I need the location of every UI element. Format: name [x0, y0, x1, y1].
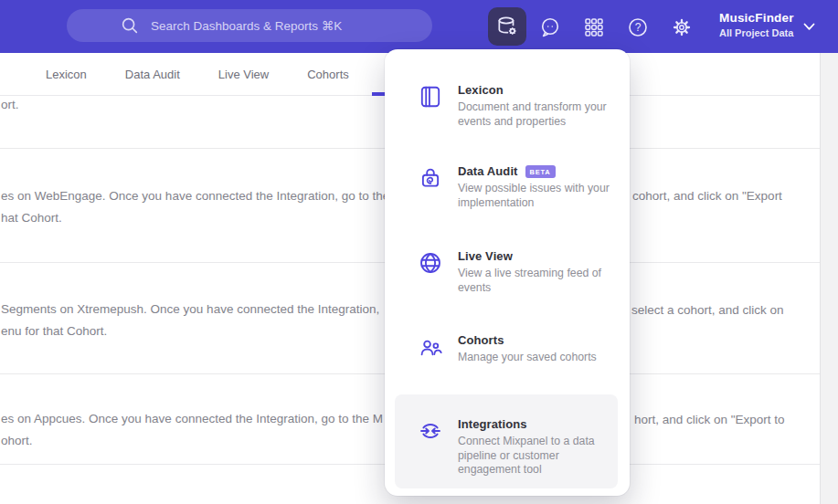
chevron-down-icon[interactable]: [803, 23, 815, 31]
menu-item-description: Document and transform your events and p…: [458, 100, 615, 129]
tab-cohorts[interactable]: Cohorts: [307, 68, 349, 81]
search-icon: [120, 16, 140, 36]
table-row-text: Segments on Xtremepush. Once you have co…: [1, 302, 379, 316]
data-management-dropdown: Lexicon Document and transform your even…: [385, 49, 630, 496]
data-management-button[interactable]: [488, 7, 526, 46]
menu-item-data-audit[interactable]: Data Audit BETA View possible issues wit…: [419, 164, 615, 210]
help-button[interactable]: ?: [627, 16, 649, 38]
svg-text:?: ?: [635, 21, 642, 34]
gear-icon: [671, 16, 693, 38]
menu-item-label: Integrations: [458, 417, 527, 431]
apps-grid-button[interactable]: [583, 16, 605, 38]
menu-item-description: View a live streaming feed of events: [458, 267, 615, 295]
cohorts-people-icon: [419, 335, 442, 359]
data-audit-lock-icon: [419, 166, 442, 190]
project-switcher[interactable]: MusicFinder All Project Data: [719, 11, 794, 38]
table-row-text: hat Cohort.: [1, 211, 62, 225]
live-view-globe-icon: [419, 251, 442, 275]
menu-item-description: View possible issues with your implement…: [458, 182, 615, 210]
table-row-text: ort.: [1, 98, 19, 111]
global-search[interactable]: [67, 9, 432, 42]
lexicon-book-icon: [419, 85, 442, 109]
tab-live-view[interactable]: Live View: [218, 68, 269, 81]
scrollbar-track[interactable]: [820, 53, 838, 504]
project-scope: All Project Data: [719, 27, 794, 38]
beta-badge: BETA: [525, 165, 556, 178]
table-row-text: ohort.: [1, 434, 33, 447]
menu-item-integrations-content[interactable]: Integrations Connect Mixpanel to a data …: [419, 417, 615, 478]
search-input[interactable]: [151, 19, 379, 33]
menu-item-lexicon[interactable]: Lexicon Document and transform your even…: [419, 83, 615, 129]
table-row-text: es on WebEngage. Once you have connected…: [1, 189, 389, 203]
chat-bubble-icon: [539, 16, 561, 38]
tab-lexicon[interactable]: Lexicon: [46, 68, 87, 81]
tab-data-audit[interactable]: Data Audit: [125, 68, 180, 81]
menu-item-cohorts[interactable]: Cohorts Manage your saved cohorts: [419, 333, 615, 365]
table-row-text: select a cohort, and click on: [631, 303, 784, 317]
integrations-sync-icon: [419, 419, 442, 443]
grid-icon: [583, 16, 605, 38]
table-row-text: es on Appcues. Once you have connected t…: [1, 412, 383, 425]
active-tab-indicator: [372, 92, 385, 96]
table-row-text: enu for that Cohort.: [1, 324, 107, 338]
feedback-button[interactable]: [539, 16, 561, 38]
menu-item-description: Connect Mixpanel to a data pipeline or c…: [458, 435, 615, 478]
project-name: MusicFinder: [719, 11, 794, 25]
menu-item-live-view[interactable]: Live View View a live streaming feed of …: [419, 249, 615, 295]
menu-item-label: Data Audit: [458, 164, 518, 178]
question-mark-icon: ?: [627, 16, 649, 38]
table-row-text: hort, and click on "Export to: [634, 413, 785, 426]
menu-item-label: Live View: [458, 249, 513, 263]
menu-item-description: Manage your saved cohorts: [458, 351, 615, 365]
database-gear-icon: [495, 15, 519, 38]
menu-item-integrations[interactable]: Integrations Connect Mixpanel to a data …: [395, 394, 618, 488]
menu-item-label: Lexicon: [458, 83, 504, 97]
top-navigation-bar: ? MusicFinder All Project Data: [0, 0, 838, 53]
table-row-text: cohort, and click on "Export: [632, 189, 782, 203]
settings-button[interactable]: [671, 16, 693, 38]
menu-item-label: Cohorts: [458, 333, 504, 347]
